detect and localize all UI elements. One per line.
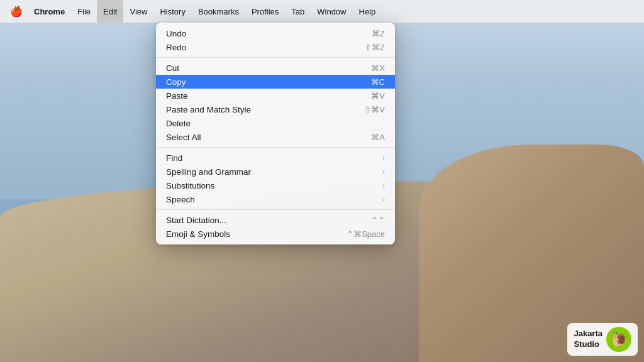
menubar-item-bookmarks[interactable]: Bookmarks [192,0,245,23]
menu-item-undo[interactable]: Undo⌘Z [156,26,395,40]
watermark-snail-icon: 🐌 [606,327,631,352]
menu-item-label-dictation: Start Dictation... [166,216,371,225]
shortcut-undo: ⌘Z [372,29,385,38]
menu-item-label-emoji: Emoji & Symbols [166,229,347,239]
menu-item-label-cut: Cut [166,63,371,73]
menu-item-label-delete: Delete [166,119,385,128]
shortcut-select-all: ⌘A [371,133,385,142]
apple-menu[interactable]: 🍎 [5,0,28,23]
watermark: Jakarta Studio 🐌 [567,323,638,356]
menubar-item-window[interactable]: Window [311,0,352,23]
shortcut-paste: ⌘V [371,91,385,101]
menu-item-paste[interactable]: Paste⌘V [156,89,395,102]
menu-item-substitutions[interactable]: Substitutions› [156,178,395,192]
shortcut-copy: ⌘C [371,77,385,87]
menu-item-emoji[interactable]: Emoji & Symbols⌃⌘Space [156,227,395,241]
shortcut-cut: ⌘X [371,63,385,73]
separator-3 [156,209,395,210]
chevron-icon-find: › [382,154,385,162]
shortcut-redo: ⇧⌘Z [365,43,385,52]
chevron-icon-speech: › [382,195,385,203]
edit-dropdown-menu: Undo⌘ZRedo⇧⌘ZCut⌘XCopy⌘CPaste⌘VPaste and… [156,23,395,244]
menu-item-label-find: Find [166,153,382,163]
menu-item-speech[interactable]: Speech› [156,192,395,206]
menu-item-label-speech: Speech [166,195,382,204]
menu-item-label-paste-match: Paste and Match Style [166,105,364,114]
shortcut-emoji: ⌃⌘Space [347,229,385,239]
menubar-item-chrome[interactable]: Chrome [28,0,71,23]
chevron-icon-spelling: › [382,168,385,175]
chevron-icon-substitutions: › [382,182,385,189]
menu-item-dictation[interactable]: Start Dictation...⌃⌃ [156,213,395,227]
menu-item-label-paste: Paste [166,91,371,101]
menu-item-label-substitutions: Substitutions [166,181,382,190]
menu-item-copy[interactable]: Copy⌘C [156,75,395,89]
menu-item-redo[interactable]: Redo⇧⌘Z [156,40,395,54]
shortcut-paste-match: ⇧⌘V [364,105,385,114]
menu-item-select-all[interactable]: Select All⌘A [156,130,395,144]
menu-item-label-redo: Redo [166,43,365,52]
menubar-item-help[interactable]: Help [353,0,382,23]
watermark-text: Jakarta Studio [574,329,602,350]
menubar-item-tab[interactable]: Tab [285,0,311,23]
menu-item-find[interactable]: Find› [156,151,395,165]
menubar-item-profiles[interactable]: Profiles [245,0,285,23]
menubar-item-edit[interactable]: Edit [97,0,123,23]
menu-item-spelling[interactable]: Spelling and Grammar› [156,165,395,178]
menubar-item-view[interactable]: View [123,0,153,23]
menu-item-paste-match[interactable]: Paste and Match Style⇧⌘V [156,102,395,116]
separator-2 [156,147,395,148]
watermark-line1: Jakarta [574,329,602,339]
menu-item-label-copy: Copy [166,77,371,87]
menu-item-label-select-all: Select All [166,133,371,142]
menu-item-label-undo: Undo [166,29,372,38]
menubar-item-file[interactable]: File [71,0,97,23]
shortcut-dictation: ⌃⌃ [371,216,385,225]
menu-item-delete[interactable]: Delete [156,116,395,130]
menubar: 🍎 ChromeFileEditViewHistoryBookmarksProf… [0,0,644,23]
watermark-line2: Studio [574,339,602,350]
menu-item-label-spelling: Spelling and Grammar [166,167,382,177]
separator-1 [156,57,395,58]
menubar-item-history[interactable]: History [153,0,191,23]
menu-item-cut[interactable]: Cut⌘X [156,61,395,75]
